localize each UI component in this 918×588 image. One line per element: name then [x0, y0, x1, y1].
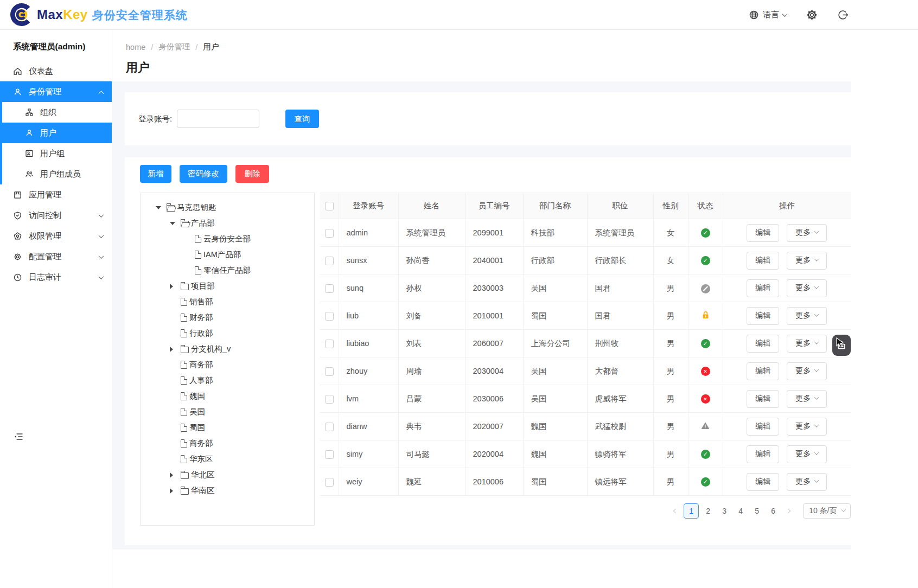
tree-node[interactable]: 华南区 — [146, 483, 311, 498]
caret-right-icon[interactable] — [170, 472, 181, 478]
content-band: 登录账号: 查询 新增 密码修改 删除 马克思钥匙 产品部 云身份安全部 — [112, 81, 851, 549]
row-checkbox[interactable] — [325, 229, 334, 238]
edit-button[interactable]: 编辑 — [747, 390, 779, 408]
file-icon — [181, 392, 187, 400]
edit-button[interactable]: 编辑 — [747, 335, 779, 353]
sidebar-item-audit-log[interactable]: 日志审计 — [0, 267, 112, 287]
row-checkbox[interactable] — [325, 340, 334, 348]
tree-node[interactable]: IAM产品部 — [146, 247, 311, 263]
row-checkbox[interactable] — [325, 395, 334, 404]
delete-button[interactable]: 删除 — [235, 165, 269, 183]
more-button[interactable]: 更多 — [787, 445, 827, 463]
edit-button[interactable]: 编辑 — [747, 279, 779, 297]
chevron-down-icon — [99, 233, 104, 238]
row-checkbox[interactable] — [325, 478, 334, 487]
caret-down-icon[interactable] — [156, 206, 167, 209]
more-button[interactable]: 更多 — [787, 473, 827, 491]
tree-node[interactable]: 财务部 — [146, 310, 311, 325]
page-number[interactable]: 4 — [734, 503, 748, 519]
more-button[interactable]: 更多 — [787, 252, 827, 270]
add-button[interactable]: 新增 — [140, 165, 171, 183]
settings-button[interactable] — [806, 9, 818, 21]
sidebar-item-configuration[interactable]: 配置管理 — [0, 246, 112, 267]
file-icon — [181, 361, 187, 369]
tree-node[interactable]: 人事部 — [146, 373, 311, 388]
row-checkbox[interactable] — [325, 450, 334, 459]
more-button[interactable]: 更多 — [787, 335, 827, 353]
folder-open-icon — [181, 221, 189, 227]
language-label: 语言 — [763, 10, 779, 20]
edit-button[interactable]: 编辑 — [747, 362, 779, 380]
sidebar-item-users[interactable]: 用户 — [0, 123, 112, 143]
tree-node[interactable]: 商务部 — [146, 357, 311, 373]
edit-button[interactable]: 编辑 — [747, 307, 779, 325]
change-password-button[interactable]: 密码修改 — [180, 165, 227, 183]
row-checkbox[interactable] — [325, 284, 334, 293]
row-checkbox[interactable] — [325, 257, 334, 265]
breadcrumb-home[interactable]: home — [126, 43, 145, 52]
page-number[interactable]: 2 — [701, 503, 715, 519]
tree-node[interactable]: 零信任产品部 — [146, 263, 311, 278]
tree-node[interactable]: 魏国 — [146, 388, 311, 404]
edit-button[interactable]: 编辑 — [747, 445, 779, 463]
page-number[interactable]: 3 — [717, 503, 731, 519]
row-checkbox[interactable] — [325, 423, 334, 431]
more-button[interactable]: 更多 — [787, 279, 827, 297]
tree-node[interactable]: 华东区 — [146, 451, 311, 467]
page-number[interactable]: 5 — [750, 503, 764, 519]
tree-node[interactable]: 云身份安全部 — [146, 231, 311, 247]
caret-down-icon[interactable] — [170, 222, 181, 225]
tree-node[interactable]: 马克思钥匙 — [146, 200, 311, 215]
tree-node[interactable]: 项目部 — [146, 278, 311, 294]
row-checkbox[interactable] — [325, 367, 334, 376]
edit-button[interactable]: 编辑 — [747, 224, 779, 242]
row-checkbox[interactable] — [325, 312, 334, 321]
tree-node[interactable]: 产品部 — [146, 215, 311, 231]
query-button[interactable]: 查询 — [285, 110, 319, 128]
caret-right-icon[interactable] — [170, 488, 181, 494]
tree-node[interactable]: 华北区 — [146, 467, 311, 483]
sidebar-item-group-members[interactable]: 用户组成员 — [2, 164, 112, 184]
tree-node[interactable]: 行政部 — [146, 325, 311, 341]
sidebar: 系统管理员(admin) 仪表盘 身份管理 组织 用户 用户组 — [0, 30, 112, 588]
chevron-down-icon — [99, 253, 104, 259]
logout-button[interactable] — [837, 9, 849, 21]
tree-node[interactable]: 蜀国 — [146, 420, 311, 436]
edit-button[interactable]: 编辑 — [747, 473, 779, 491]
tree-node[interactable]: 商务部 — [146, 436, 311, 451]
next-page-button[interactable] — [782, 509, 794, 513]
page-number[interactable]: 1 — [684, 503, 699, 519]
tree-node[interactable]: 分支机构_v — [146, 341, 311, 357]
more-button[interactable]: 更多 — [787, 418, 827, 436]
sidebar-item-access-control[interactable]: 访问控制 — [0, 205, 112, 226]
language-selector[interactable]: 语言 — [749, 10, 787, 20]
login-account-input[interactable] — [177, 110, 259, 128]
prev-page-button[interactable] — [670, 509, 681, 513]
more-button[interactable]: 更多 — [787, 307, 827, 325]
sidebar-item-organization[interactable]: 组织 — [2, 102, 112, 123]
sidebar-item-permissions[interactable]: 权限管理 — [0, 226, 112, 246]
page-number[interactable]: 6 — [766, 503, 780, 519]
edit-button[interactable]: 编辑 — [747, 252, 779, 270]
more-button[interactable]: 更多 — [787, 390, 827, 408]
sidebar-item-applications[interactable]: 应用管理 — [0, 184, 112, 205]
sidebar-item-identity[interactable]: 身份管理 — [0, 81, 112, 102]
col-position: 职位 — [587, 193, 653, 219]
caret-right-icon[interactable] — [170, 347, 181, 352]
more-button[interactable]: 更多 — [787, 362, 827, 380]
tree-node[interactable]: 吴国 — [146, 404, 311, 420]
tree-node[interactable]: 销售部 — [146, 294, 311, 310]
folder-open-icon — [167, 205, 175, 212]
sidebar-item-user-groups[interactable]: 用户组 — [2, 143, 112, 164]
page-size-select[interactable]: 10 条/页 — [803, 503, 851, 519]
caret-right-icon[interactable] — [170, 284, 181, 289]
more-button[interactable]: 更多 — [787, 224, 827, 242]
breadcrumb-identity[interactable]: 身份管理 — [158, 42, 190, 52]
sidebar-item-dashboard[interactable]: 仪表盘 — [0, 61, 112, 81]
file-icon — [195, 251, 201, 259]
team-icon — [25, 170, 34, 178]
menu-fold-button[interactable] — [13, 431, 24, 444]
edit-button[interactable]: 编辑 — [747, 418, 779, 436]
home-icon — [13, 67, 22, 76]
select-all-checkbox[interactable] — [325, 202, 334, 210]
